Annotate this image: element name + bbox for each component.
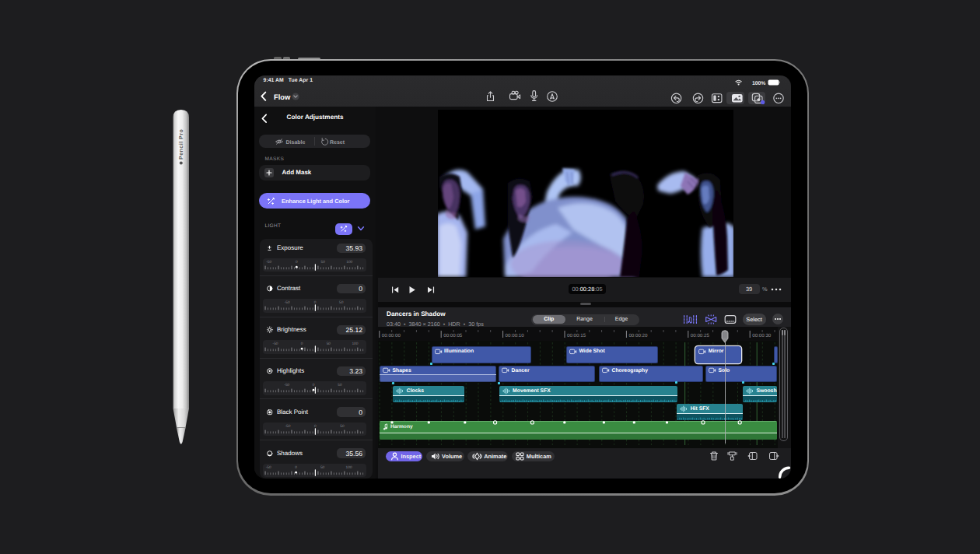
svg-text:50: 50 [339,300,344,305]
svg-text:50: 50 [320,465,325,470]
svg-text:00:00:10: 00:00:10 [506,333,525,338]
svg-text:0: 0 [296,260,298,265]
svg-text:-50: -50 [266,260,271,265]
svg-text:50: 50 [340,424,345,429]
svg-text:-50: -50 [266,465,271,470]
svg-text:00:00:20: 00:00:20 [628,333,648,338]
svg-text:00:00:00: 00:00:00 [382,333,401,338]
svg-text:100: 100 [352,342,358,346]
svg-text:0: 0 [313,383,315,387]
svg-text:Flow: Flow [274,93,291,101]
svg-text:50: 50 [327,342,331,346]
svg-text:100: 100 [346,465,352,470]
svg-text:Reset: Reset [330,139,345,145]
svg-text:00:00:05: 00:00:05 [443,333,463,338]
svg-text:50: 50 [321,260,326,265]
svg-text:00:00:15: 00:00:15 [567,333,586,338]
svg-text:0: 0 [301,342,303,346]
svg-text:00:00:25: 00:00:25 [691,333,710,338]
svg-text:0: 0 [295,465,297,470]
svg-text:Disable: Disable [286,138,306,145]
svg-text:-50: -50 [284,383,289,387]
svg-text:-50: -50 [285,424,290,429]
svg-text:-50: -50 [285,300,290,305]
svg-text:50: 50 [338,383,342,387]
svg-text:0: 0 [314,424,317,429]
svg-text:0: 0 [314,300,317,305]
svg-text:-50: -50 [273,342,278,346]
svg-text:Pencil Pro: Pencil Pro [178,129,184,160]
svg-text:00:00:30: 00:00:30 [752,333,772,338]
svg-text:100%: 100% [752,81,765,86]
svg-text:100: 100 [346,260,352,265]
